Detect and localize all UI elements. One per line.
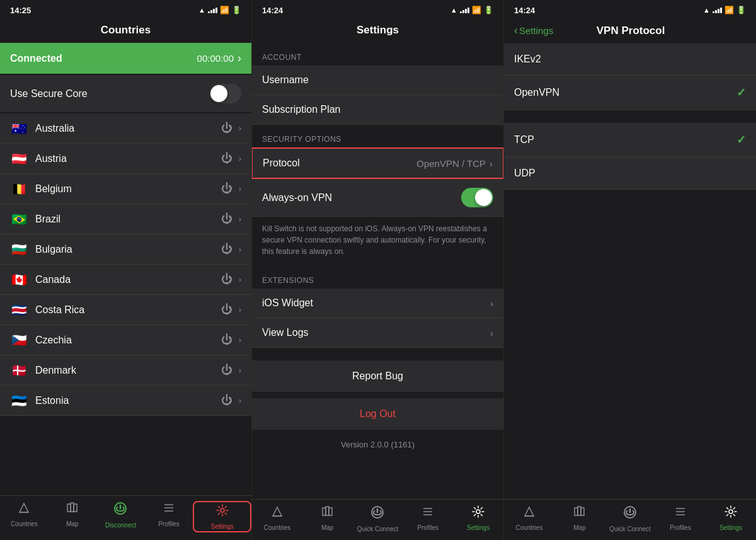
power-icon[interactable]: ⏻ <box>221 303 232 316</box>
udp-label: UDP <box>514 168 536 179</box>
subscription-label: Subscription Plan <box>262 104 341 115</box>
signal-bars-3 <box>713 7 722 13</box>
tab-countries-1[interactable]: Countries <box>0 501 49 532</box>
power-icon[interactable]: ⏻ <box>221 273 232 286</box>
back-chevron-icon: ‹ <box>514 24 518 37</box>
countries-title: Countries <box>0 19 251 43</box>
tab-quickconnect-2[interactable]: Quick Connect <box>353 505 403 532</box>
secure-core-row[interactable]: Use Secure Core <box>0 75 251 112</box>
chevron-right-icon: › <box>239 396 241 405</box>
power-icon[interactable]: ⏻ <box>221 212 232 226</box>
power-icon[interactable]: ⏻ <box>221 243 232 256</box>
tcp-checkmark: ✓ <box>736 133 746 147</box>
profiles-tab-icon-3 <box>673 505 687 522</box>
list-item[interactable]: 🇦🇹 Austria ⏻ › <box>0 144 251 174</box>
list-item[interactable]: 🇩🇰 Denmark ⏻ › <box>0 355 251 386</box>
flag-australia: 🇦🇺 <box>10 122 28 135</box>
tab-label-3: Map <box>573 524 585 531</box>
list-item[interactable]: 🇪🇪 Estonia ⏻ › <box>0 386 251 416</box>
tab-map-3[interactable]: Map <box>554 505 605 532</box>
back-button[interactable]: ‹ Settings <box>514 24 553 37</box>
back-label: Settings <box>519 25 553 36</box>
ikev2-row[interactable]: IKEv2 <box>504 43 756 76</box>
list-item[interactable]: 🇦🇺 Australia ⏻ › <box>0 113 251 144</box>
settings-content: ACCOUNT Username Subscription Plan SECUR… <box>252 43 503 499</box>
tab-label-2: Profiles <box>418 524 438 531</box>
tab-profiles-3[interactable]: Profiles <box>655 505 706 532</box>
power-icon[interactable]: ⏻ <box>221 152 232 165</box>
countries-tab-icon-3 <box>522 505 536 522</box>
list-item[interactable]: 🇧🇪 Belgium ⏻ › <box>0 174 251 204</box>
username-row[interactable]: Username <box>252 66 503 95</box>
security-section-header: SECURITY OPTIONS <box>252 125 503 147</box>
list-item[interactable]: 🇨🇿 Czechia ⏻ › <box>0 325 251 355</box>
country-name: Canada <box>35 274 221 285</box>
battery-icon-2: 🔋 <box>484 6 493 14</box>
tab-map-2[interactable]: Map <box>302 505 353 532</box>
tab-settings-3[interactable]: Settings <box>706 505 756 532</box>
list-item[interactable]: 🇧🇷 Brazil ⏻ › <box>0 204 251 234</box>
status-icons-3: ▲ 📶 🔋 <box>703 6 746 14</box>
country-actions: ⏻ › <box>221 122 241 135</box>
power-icon[interactable]: ⏻ <box>221 364 232 377</box>
tab-map-1[interactable]: Map <box>49 501 97 532</box>
country-name: Estonia <box>35 395 221 406</box>
always-on-toggle[interactable] <box>461 188 493 207</box>
tab-countries-2[interactable]: Countries <box>252 505 302 532</box>
profiles-tab-icon-2 <box>421 505 435 522</box>
subscription-row[interactable]: Subscription Plan <box>252 95 503 125</box>
list-item[interactable]: 🇨🇦 Canada ⏻ › <box>0 265 251 295</box>
country-name: Bulgaria <box>35 244 221 255</box>
tab-quickconnect-3[interactable]: Quick Connect <box>605 505 655 532</box>
ios-widget-chevron: › <box>490 298 493 309</box>
power-icon[interactable]: ⏻ <box>221 122 232 135</box>
tab-label: Countries <box>11 520 38 527</box>
country-name: Australia <box>35 123 221 134</box>
location-icon-3: ▲ <box>703 6 710 14</box>
country-actions: ⏻ › <box>221 364 241 377</box>
country-name: Denmark <box>35 365 221 376</box>
tab-settings-2[interactable]: Settings <box>453 505 503 532</box>
secure-core-toggle[interactable] <box>209 84 241 103</box>
power-icon[interactable]: ⏻ <box>221 394 232 407</box>
flag-bulgaria: 🇧🇬 <box>10 243 28 256</box>
udp-row[interactable]: UDP <box>504 158 756 190</box>
flag-belgium: 🇧🇪 <box>10 183 28 195</box>
view-logs-row[interactable]: View Logs › <box>252 318 503 348</box>
ikev2-label: IKEv2 <box>514 54 541 65</box>
chevron-right-icon: › <box>239 214 241 224</box>
report-bug-row[interactable]: Report Bug <box>252 360 503 392</box>
countries-tab-icon-2 <box>270 505 284 522</box>
status-icons-1: ▲ 📶 🔋 <box>198 6 241 14</box>
always-on-info-text: Kill Switch is not supported on iOS. Alw… <box>252 217 503 266</box>
country-name: Belgium <box>35 183 221 195</box>
tab-countries-3[interactable]: Countries <box>504 505 554 532</box>
country-name: Czechia <box>35 335 221 346</box>
chevron-right-icon: › <box>239 154 241 163</box>
time-1: 14:25 <box>10 6 31 15</box>
tab-profiles-2[interactable]: Profiles <box>403 505 453 532</box>
chevron-right-icon: › <box>239 305 241 314</box>
list-item[interactable]: 🇧🇬 Bulgaria ⏻ › <box>0 234 251 265</box>
logout-row[interactable]: Log Out <box>252 398 503 430</box>
settings-title: Settings <box>252 19 503 43</box>
always-on-vpn-row[interactable]: Always-on VPN <box>252 179 503 217</box>
ios-widget-row[interactable]: iOS Widget › <box>252 289 503 318</box>
settings-tab-icon-2 <box>471 505 485 522</box>
tab-settings-1[interactable]: Settings <box>193 501 251 532</box>
tab-label-2: Quick Connect <box>357 526 399 532</box>
power-icon[interactable]: ⏻ <box>221 182 232 195</box>
svg-marker-20 <box>525 507 534 516</box>
protocol-spacer <box>504 110 756 123</box>
tab-label-3: Profiles <box>670 524 690 531</box>
tab-disconnect-1[interactable]: Disconnect <box>96 501 145 532</box>
power-icon[interactable]: ⏻ <box>221 333 232 347</box>
list-item[interactable]: 🇨🇷 Costa Rica ⏻ › <box>0 295 251 325</box>
country-actions: ⏻ › <box>221 243 241 256</box>
connected-bar[interactable]: Connected 00:00:00 › <box>0 43 251 74</box>
signal-bar-3 <box>213 9 215 13</box>
tcp-row[interactable]: TCP ✓ <box>504 123 756 158</box>
tab-profiles-1[interactable]: Profiles <box>145 501 193 532</box>
protocol-row[interactable]: Protocol OpenVPN / TCP › <box>252 147 503 179</box>
openvpn-row[interactable]: OpenVPN ✓ <box>504 76 756 110</box>
